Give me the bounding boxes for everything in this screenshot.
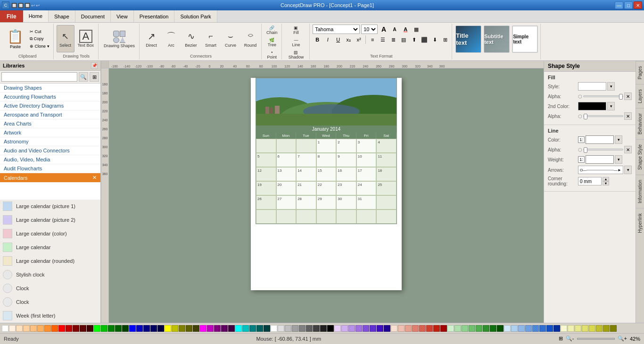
color-chip[interactable] — [610, 325, 617, 332]
list-item[interactable]: Large calendar (color) — [0, 227, 100, 241]
color-chip[interactable] — [2, 325, 8, 332]
color-chip[interactable] — [242, 325, 249, 332]
library-item-audio-video-connectors[interactable]: Audio and Video Connectors — [0, 146, 100, 155]
titlebar-controls[interactable]: — □ ✕ — [615, 1, 642, 9]
library-item-active-directory[interactable]: Active Directory Diagrams — [0, 101, 100, 110]
line-color-dropdown[interactable]: ▾ — [615, 135, 622, 144]
color-chip[interactable] — [370, 325, 376, 332]
color-chip[interactable] — [278, 325, 284, 332]
color-chip[interactable] — [58, 325, 65, 332]
color-chip[interactable] — [582, 325, 588, 332]
shadow-button[interactable]: ▨ Shadow — [287, 49, 306, 60]
chain-button[interactable]: 🔗 Chain — [264, 25, 280, 36]
align-left-button[interactable]: ≡ — [368, 35, 377, 44]
color-chip[interactable] — [405, 325, 412, 332]
color-chip[interactable] — [377, 325, 383, 332]
color-chip[interactable] — [433, 325, 440, 332]
library-item-astronomy[interactable]: Astronomy — [0, 137, 100, 146]
align-center-button[interactable]: ☰ — [378, 35, 388, 44]
library-item-audit[interactable]: Audit Flowcharts — [0, 164, 100, 173]
valign-mid-button[interactable]: ⬛ — [420, 35, 429, 44]
color-chip[interactable] — [73, 325, 79, 332]
second-color-dropdown[interactable]: ▾ — [607, 102, 615, 110]
tab-document[interactable]: Document — [75, 10, 111, 22]
arc-button[interactable]: ⌒ Arc — [162, 25, 180, 52]
alpha-reset-button[interactable]: ✕ — [624, 92, 632, 100]
color-chip[interactable] — [264, 325, 270, 332]
color-chip[interactable] — [412, 325, 419, 332]
select-button[interactable]: ↖ Select — [57, 25, 74, 52]
tab-presentation[interactable]: Presentation — [134, 10, 175, 22]
color-chip[interactable] — [539, 325, 546, 332]
color-chip[interactable] — [80, 325, 86, 332]
color-chip[interactable] — [172, 325, 178, 332]
color-chip[interactable] — [348, 325, 355, 332]
alpha-slider[interactable] — [583, 95, 623, 97]
close-calendars-icon[interactable]: ✕ — [92, 175, 97, 181]
color-chip[interactable] — [66, 325, 72, 332]
color-chip[interactable] — [511, 325, 518, 332]
canvas-viewport[interactable]: January 2014 Sun Mon Tue Wed Thu Fri Sat — [109, 68, 544, 323]
hyperlink-tab[interactable]: Hyperlink — [636, 208, 644, 238]
simple-text-style-button[interactable]: Simple text — [512, 25, 538, 53]
library-item-drawing-shapes[interactable]: Drawing Shapes — [0, 84, 100, 92]
line-alpha-reset-button[interactable]: ✕ — [624, 146, 632, 153]
color-chip[interactable] — [271, 325, 277, 332]
color-chip[interactable] — [129, 325, 136, 332]
color-chip[interactable] — [476, 325, 482, 332]
font-name-select[interactable]: Tahoma — [313, 25, 360, 34]
color-chip[interactable] — [341, 325, 348, 332]
fill-button[interactable]: ▣ Fill — [289, 25, 303, 36]
cut-button[interactable]: ✂ Cut — [28, 28, 51, 35]
direct-button[interactable]: ↗ Direct — [142, 25, 160, 52]
color-chip[interactable] — [16, 325, 23, 332]
color-chip[interactable] — [447, 325, 454, 332]
color-chip[interactable] — [94, 325, 100, 332]
zoom-in-button[interactable]: 🔍+ — [618, 336, 627, 342]
color-chip[interactable] — [193, 325, 199, 332]
color-chip[interactable] — [313, 325, 320, 332]
color-chip[interactable] — [553, 325, 560, 332]
bezier-button[interactable]: ∿ Bezier — [182, 25, 200, 52]
library-search-input[interactable] — [1, 72, 77, 82]
color-chip[interactable] — [87, 325, 93, 332]
corner-spin-up[interactable]: ▲ — [603, 177, 609, 181]
curve-button[interactable]: ⌣ Curve — [222, 25, 239, 52]
font-grow-button[interactable]: A — [379, 25, 388, 34]
color-chip[interactable] — [490, 325, 496, 332]
color-chip[interactable] — [384, 325, 390, 332]
color-chip[interactable] — [426, 325, 433, 332]
line-alpha-slider[interactable] — [583, 149, 623, 151]
title-text-style-button[interactable]: Title text — [455, 25, 481, 53]
list-item[interactable]: Clock — [0, 295, 100, 309]
fill-style-dropdown[interactable]: ▾ — [607, 82, 615, 91]
bold-button[interactable]: B — [313, 35, 322, 44]
color-chip[interactable] — [320, 325, 327, 332]
alpha2-slider[interactable] — [583, 115, 623, 117]
corner-spin-down[interactable]: ▼ — [603, 181, 609, 185]
line-color-swatch[interactable] — [586, 135, 614, 144]
color-chip[interactable] — [101, 325, 107, 332]
information-tab[interactable]: Information — [636, 175, 644, 208]
color-chip[interactable] — [299, 325, 305, 332]
color-chip[interactable] — [497, 325, 504, 332]
color-chip[interactable] — [256, 325, 263, 332]
behaviour-tab[interactable]: Behaviour — [636, 108, 644, 139]
clone-button[interactable]: ⊕ Clone ▾ — [28, 43, 51, 50]
color-chip[interactable] — [136, 325, 143, 332]
tab-shape[interactable]: Shape — [49, 10, 75, 22]
color-chip[interactable] — [462, 325, 468, 332]
font-size-select[interactable]: 10 — [361, 25, 378, 34]
font-highlight-button[interactable]: ▦ — [412, 25, 421, 34]
sup-button[interactable]: x² — [354, 35, 363, 44]
font-shrink-button[interactable]: A — [390, 25, 399, 34]
paste-button[interactable]: 📋 Paste — [4, 25, 27, 52]
layers-tab[interactable]: Layers — [636, 84, 644, 108]
color-chip[interactable] — [207, 325, 214, 332]
subtitle-text-style-button[interactable]: Subtitle text — [484, 25, 510, 53]
sub-button[interactable]: x₂ — [344, 35, 353, 44]
color-chip[interactable] — [391, 325, 397, 332]
list-item[interactable]: Stylish clock — [0, 268, 100, 282]
tree-button[interactable]: 🌿 Tree — [265, 37, 279, 48]
color-chip[interactable] — [546, 325, 553, 332]
